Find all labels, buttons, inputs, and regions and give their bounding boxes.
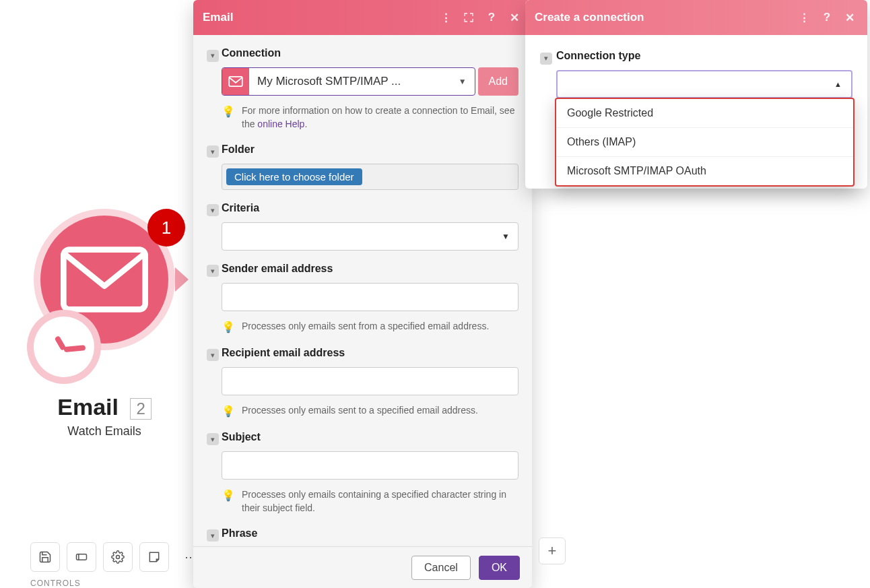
plus-icon: + xyxy=(548,542,557,560)
hint-suffix: . xyxy=(304,119,307,129)
recipient-label: Recipient email address xyxy=(222,347,518,359)
caret-up-icon: ▲ xyxy=(834,80,842,88)
lightbulb-icon: 💡 xyxy=(222,403,235,419)
module-node: 1 Email 2 Watch Emails xyxy=(17,205,192,438)
folder-input-wrap: Click here to choose folder xyxy=(222,164,518,190)
help-icon[interactable]: ? xyxy=(483,9,500,26)
kebab-icon[interactable]: ⋮ xyxy=(796,9,812,26)
ok-button[interactable]: OK xyxy=(479,556,520,580)
chevron-down-icon[interactable]: ▾ xyxy=(207,349,219,361)
connection-type-dropdown: Google Restricted Others (IMAP) Microsof… xyxy=(555,98,855,187)
conn-panel-header: Create a connection ⋮ ? ✕ xyxy=(525,0,867,35)
close-icon[interactable]: ✕ xyxy=(842,9,858,26)
folder-label: Folder xyxy=(222,143,518,156)
module-title: Email 2 xyxy=(17,394,192,420)
connection-select[interactable]: My Microsoft SMTP/IMAP ... ▼ xyxy=(222,67,475,96)
bottom-toolbar: ⋯ CONTROLS xyxy=(30,542,205,588)
choose-folder-button[interactable]: Click here to choose folder xyxy=(226,168,362,185)
chevron-down-icon[interactable]: ▾ xyxy=(207,145,219,158)
add-connection-button[interactable]: Add xyxy=(478,67,518,96)
help-icon[interactable]: ? xyxy=(819,9,835,26)
chevron-down-icon[interactable]: ▾ xyxy=(540,53,552,65)
sender-field: ▾ Sender email address 💡 Processes only … xyxy=(207,263,518,335)
dropdown-option[interactable]: Microsoft SMTP/IMAP OAuth xyxy=(556,157,853,185)
module-subtitle: Watch Emails xyxy=(17,424,192,438)
chevron-down-icon[interactable]: ▾ xyxy=(207,265,219,277)
online-help-link[interactable]: online Help xyxy=(257,119,304,129)
chevron-down-icon[interactable]: ▾ xyxy=(207,529,219,542)
kebab-icon[interactable]: ⋮ xyxy=(438,9,454,26)
module-count: 2 xyxy=(130,398,151,420)
recipient-input[interactable] xyxy=(222,367,518,395)
lightbulb-icon: 💡 xyxy=(222,488,235,515)
svg-rect-0 xyxy=(63,250,145,310)
email-panel-title: Email xyxy=(203,11,233,24)
conn-panel-title: Create a connection xyxy=(535,11,644,24)
phrase-field: ▾ Phrase xyxy=(207,527,518,546)
subject-input[interactable] xyxy=(222,451,518,480)
note-icon[interactable] xyxy=(139,542,169,572)
phrase-label: Phrase xyxy=(222,527,518,540)
module-name: Email xyxy=(57,394,119,420)
sender-label: Sender email address xyxy=(222,263,518,275)
sender-hint: Processes only emails sent from a specif… xyxy=(242,319,518,335)
subject-field: ▾ Subject 💡 Processes only emails contai… xyxy=(207,431,518,515)
email-icon xyxy=(61,246,148,313)
connection-field: ▾ Connection My Microsoft SMTP/IMAP ... … xyxy=(207,47,518,131)
envelope-icon xyxy=(222,68,249,95)
email-panel: Email ⋮ ? ✕ ▾ Connection My Microsoft SM… xyxy=(193,0,532,588)
folder-field: ▾ Folder Click here to choose folder xyxy=(207,143,518,190)
connection-type-label: Connection type xyxy=(556,50,852,62)
connection-value: My Microsoft SMTP/IMAP ... xyxy=(249,75,450,88)
subject-hint: Processes only emails containing a speci… xyxy=(242,488,518,515)
gear-icon[interactable] xyxy=(103,542,133,572)
close-icon[interactable]: ✕ xyxy=(506,9,523,26)
toolbar-label: CONTROLS xyxy=(30,579,205,588)
criteria-select[interactable]: ▼ xyxy=(222,222,518,251)
svg-rect-4 xyxy=(229,77,242,86)
criteria-label: Criteria xyxy=(222,202,518,214)
chevron-down-icon[interactable]: ▾ xyxy=(207,50,219,62)
clock-icon[interactable] xyxy=(27,310,101,384)
cancel-button[interactable]: Cancel xyxy=(411,556,471,580)
chevron-down-icon[interactable]: ▾ xyxy=(207,433,219,445)
email-panel-footer: Cancel OK xyxy=(193,546,532,588)
connection-type-select[interactable]: ▲ xyxy=(556,70,852,98)
svg-rect-1 xyxy=(77,554,87,560)
email-panel-body: ▾ Connection My Microsoft SMTP/IMAP ... … xyxy=(193,35,532,546)
caret-down-icon: ▼ xyxy=(502,232,510,241)
lightbulb-icon: 💡 xyxy=(222,319,235,335)
save-icon[interactable] xyxy=(30,542,60,572)
connection-hint: For more information on how to create a … xyxy=(242,104,518,131)
connection-type-field: ▾ Connection type ▲ xyxy=(540,50,852,98)
dropdown-option[interactable]: Google Restricted xyxy=(556,99,853,128)
subject-label: Subject xyxy=(222,431,518,443)
controls-icon[interactable] xyxy=(67,542,96,572)
recipient-hint: Processes only emails sent to a specifie… xyxy=(242,403,518,419)
recipient-field: ▾ Recipient email address 💡 Processes on… xyxy=(207,347,518,419)
module-circle[interactable]: 1 xyxy=(30,205,178,354)
add-module-button[interactable]: + xyxy=(539,537,566,564)
module-badge: 1 xyxy=(147,209,185,247)
dropdown-option[interactable]: Others (IMAP) xyxy=(556,128,853,157)
connection-label: Connection xyxy=(222,47,518,59)
caret-down-icon: ▼ xyxy=(450,77,475,86)
svg-point-3 xyxy=(116,556,120,559)
email-panel-header: Email ⋮ ? ✕ xyxy=(193,0,532,35)
criteria-field: ▾ Criteria ▼ xyxy=(207,202,518,251)
module-connector xyxy=(175,267,189,292)
expand-icon[interactable] xyxy=(461,9,477,26)
sender-input[interactable] xyxy=(222,283,518,311)
lightbulb-icon: 💡 xyxy=(222,104,235,131)
chevron-down-icon[interactable]: ▾ xyxy=(207,204,219,216)
